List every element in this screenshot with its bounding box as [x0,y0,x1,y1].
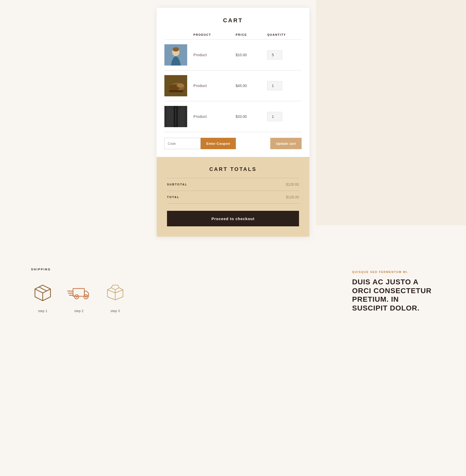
shipping-right: QUISQUE SED FERMENTUM MI. DUIS AC JUSTO … [352,268,435,312]
total-row: TOTAL $128.00 [167,191,299,204]
product-price: $10.00 [236,53,247,57]
product-image-cell [164,40,193,70]
shipping-promo-heading: DUIS AC JUSTO A ORCI CONSECTETUR PRETIUM… [352,278,435,312]
product-qty-cell [267,70,302,101]
quantity-input[interactable] [267,112,282,121]
svg-line-12 [35,289,43,293]
svg-rect-19 [73,289,84,296]
product-price-cell: $45.00 [236,70,267,101]
product-price-cell: $33.00 [236,101,267,132]
col-quantity: QUANTITY [267,31,302,40]
shipping-step-1-icon [31,281,54,305]
update-cart-button[interactable]: Update cart [270,138,302,149]
svg-point-23 [85,296,87,298]
shipping-step-2-icon [67,281,91,305]
box-icon [32,283,53,303]
svg-line-15 [39,287,47,291]
cart-table: PRODUCT PRICE QUANTITY P [164,31,302,132]
cart-totals-title: CART TOTALS [167,166,299,172]
col-product: PRODUCT [193,31,236,40]
cart-container: CART PRODUCT PRICE QUANTITY [157,8,309,237]
shipping-step-3: step 3 [104,281,127,313]
subtotal-value: $128.00 [286,182,299,186]
cart-item-row: Product $33.00 [164,101,302,132]
product-name: Product [193,53,207,57]
product-name: Product [193,114,207,119]
truck-icon [67,284,91,302]
product-price: $45.00 [236,84,247,88]
total-value: $128.00 [286,195,299,199]
cart-table-section: CART PRODUCT PRICE QUANTITY [157,8,309,157]
shipping-step-2: step 2 [67,281,91,313]
step-2-label: step 2 [74,309,84,313]
enter-coupon-button[interactable]: Enter Coupon [201,138,236,149]
col-image [164,31,193,40]
step-1-label: step 1 [38,309,47,313]
product-price-cell: $10.00 [236,40,267,70]
cart-item-row: Product $45.00 [164,70,302,101]
product-price: $33.00 [236,114,247,119]
product-name-cell: Product [193,40,236,70]
product-name: Product [193,84,207,88]
cart-title: CART [164,17,302,24]
product-image-cell [164,70,193,101]
product-image [164,106,187,127]
shipping-section-title: SHIPPING [31,268,331,271]
product-name-cell: Product [193,70,236,101]
coupon-row: Enter Coupon Update cart [164,132,302,152]
product-image-cell [164,101,193,132]
shipping-left: SHIPPING step 1 [31,268,331,313]
col-price: PRICE [236,31,267,40]
subtotal-row: SUBTOTAL $128.00 [167,178,299,191]
product-image [164,75,187,96]
svg-rect-6 [169,90,183,92]
svg-line-26 [118,285,119,288]
svg-point-7 [177,83,184,88]
product-name-cell: Product [193,101,236,132]
shipping-step-3-icon [104,281,127,305]
page-wrapper: CART PRODUCT PRICE QUANTITY [0,0,466,334]
shipping-promo-subtitle: QUISQUE SED FERMENTUM MI. [352,270,435,273]
cart-item-row: Product $10.00 [164,40,302,70]
subtotal-label: SUBTOTAL [167,183,187,186]
svg-line-25 [111,285,113,288]
coupon-code-input[interactable] [164,138,201,149]
open-box-icon [105,283,126,303]
quantity-input[interactable] [267,81,282,90]
product-qty-cell [267,40,302,70]
quantity-input[interactable] [267,50,282,60]
product-image [164,44,187,66]
shipping-section: SHIPPING step 1 [0,252,466,334]
cart-totals-section: CART TOTALS SUBTOTAL $128.00 TOTAL $128.… [157,157,309,237]
product-qty-cell [267,101,302,132]
shipping-step-1: step 1 [31,281,54,313]
shipping-steps: step 1 [31,281,331,313]
total-label: TOTAL [167,196,179,199]
proceed-to-checkout-button[interactable]: Proceed to checkout [167,211,299,226]
main-content: CART PRODUCT PRICE QUANTITY [0,0,466,252]
svg-point-21 [76,296,77,298]
cart-table-header-row: PRODUCT PRICE QUANTITY [164,31,302,40]
step-3-label: step 3 [111,309,120,313]
